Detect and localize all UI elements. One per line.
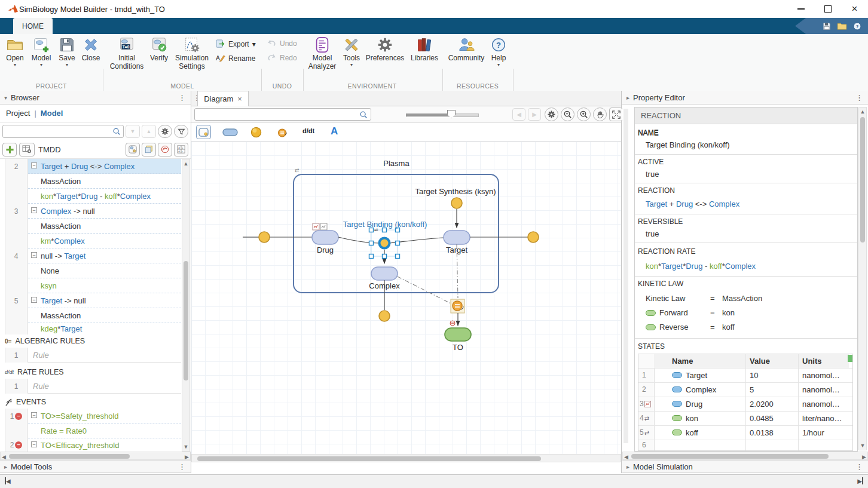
reaction-law-row[interactable]: MassAction [0, 174, 181, 189]
name-value[interactable]: Target Binding (kon/koff) [646, 140, 730, 149]
scroll-down-icon[interactable]: ▼ [859, 443, 866, 449]
redo-button[interactable]: Redo [267, 53, 297, 63]
pan-button[interactable] [593, 108, 607, 121]
palette-rule-tool[interactable] [277, 128, 288, 138]
quick-help-icon[interactable]: ? [852, 22, 862, 31]
expand-icon[interactable]: ▸ [4, 464, 7, 470]
property-horizontal-scrollbar[interactable]: ◀ ▶ [622, 452, 868, 460]
rule-node[interactable] [453, 301, 462, 311]
filter-button[interactable] [174, 125, 188, 138]
state-value[interactable]: 10 [746, 368, 799, 382]
model-analyzer-button[interactable]: Model Analyzer [306, 36, 338, 70]
model-simulation-bar[interactable]: ▸ Model Simulation ⋮ [622, 460, 868, 473]
state-name[interactable]: koff [654, 425, 746, 440]
col-header-name[interactable]: Name [654, 354, 746, 368]
species-target[interactable] [444, 231, 470, 244]
rate-rule-row[interactable]: 1 [0, 379, 181, 394]
save-button[interactable]: Save▾ [56, 36, 78, 67]
tab-project[interactable]: Project [6, 109, 30, 118]
libraries-button[interactable]: Libraries [409, 36, 440, 62]
state-name[interactable]: Target [654, 368, 746, 382]
close-button[interactable]: Close [79, 36, 103, 62]
collapse-left-panel-button[interactable]: ◀ [5, 477, 11, 484]
scroll-down-icon[interactable]: ▼ [182, 444, 190, 450]
palette-text-tool[interactable]: A [331, 125, 338, 137]
expand-icon[interactable]: ▸ [626, 464, 629, 470]
undo-button[interactable]: Undo [267, 39, 297, 48]
scroll-left-icon[interactable]: ◀ [624, 454, 628, 460]
section-events[interactable]: EVENTS [0, 395, 181, 409]
close-tab-icon[interactable]: × [237, 94, 242, 103]
active-value[interactable]: true [646, 170, 659, 179]
kebab-menu-icon[interactable]: ⋮ [855, 93, 864, 102]
collapse-box-icon[interactable]: − [31, 297, 37, 303]
collapse-box-icon[interactable]: − [31, 207, 37, 213]
preferences-button[interactable]: Preferences [363, 36, 407, 62]
reaction-law-row[interactable]: MassAction [0, 308, 181, 323]
state-value[interactable]: 0.0485 [746, 411, 799, 425]
property-editor-header[interactable]: ▸ Property Editor ⋮ [622, 91, 868, 105]
species-complex[interactable] [371, 267, 398, 280]
quick-save-icon[interactable] [822, 22, 832, 31]
state-name[interactable]: kon [654, 411, 746, 425]
reaction-law-row[interactable]: None [0, 263, 181, 278]
scrollbar-thumb[interactable] [860, 117, 865, 243]
diagram-settings-button[interactable] [545, 108, 558, 121]
state-name[interactable]: Complex [654, 382, 746, 397]
event-row[interactable]: 2− −TO<Efficacy_threshold [0, 438, 181, 452]
scroll-right-icon[interactable]: ▶ [862, 454, 866, 460]
search-prev-button[interactable]: ▲ [142, 125, 156, 138]
model-tools-bar[interactable]: ▸ Model Tools ⋮ [0, 460, 191, 473]
collapse-icon[interactable]: ▸ [626, 94, 629, 101]
reaction-node-output[interactable] [528, 232, 539, 243]
close-window-button[interactable]: × [841, 0, 868, 18]
section-rate-rules[interactable]: d/dt RATE RULES [0, 366, 181, 379]
col-header-units[interactable]: Units [799, 354, 849, 368]
reaction-rate-row[interactable]: kdeg*Target [0, 323, 181, 334]
fit-to-view-button[interactable] [609, 108, 623, 121]
community-button[interactable]: Community [447, 36, 485, 62]
reaction-rate-row[interactable]: ksyn [0, 278, 181, 293]
state-empty-row[interactable] [654, 440, 849, 450]
collapse-icon[interactable]: ▾ [4, 94, 7, 101]
reversible-value[interactable]: true [646, 229, 659, 238]
event-row[interactable]: 1− −TO>=Safety_threshold [0, 409, 181, 423]
reaction-rate-value[interactable]: kon*Target*Drug - koff*Complex [646, 262, 756, 271]
state-value[interactable]: 0.0138 [746, 425, 799, 440]
state-value[interactable]: 2.0200 [746, 397, 799, 411]
history-forward-button[interactable]: ▶ [528, 108, 541, 121]
zoom-out-button[interactable] [561, 108, 574, 121]
kebab-menu-icon[interactable]: ⋮ [178, 93, 187, 102]
model-button[interactable]: Model▾ [29, 36, 54, 67]
simulation-settings-button[interactable]: Simulation Settings [172, 36, 212, 70]
reaction-node-binding-selected[interactable] [380, 238, 390, 248]
reaction-row[interactable]: 4 −null -> Target [0, 248, 181, 263]
diagram-search-input[interactable] [194, 108, 371, 121]
scroll-up-icon[interactable]: ▲ [859, 109, 866, 115]
export-button[interactable]: Export▾ [215, 39, 256, 49]
browser-search-input[interactable] [2, 125, 124, 138]
kebab-menu-icon[interactable]: ⋮ [178, 462, 187, 471]
reaction-row[interactable]: 2 −Target + Drug <-> Complex [0, 159, 181, 174]
reaction-synthesis-label[interactable]: Target Synthesis (ksyn) [415, 187, 496, 196]
reaction-binding-label[interactable]: Target Binding (kon/koff) [343, 220, 427, 229]
palette-reaction-tool[interactable] [250, 127, 262, 138]
state-units[interactable]: nanomol… [799, 397, 849, 411]
model-settings-button[interactable] [19, 143, 35, 156]
state-units[interactable]: nanomol… [799, 368, 849, 382]
algebraic-rule-input[interactable] [32, 350, 181, 360]
collapse-box-icon[interactable]: − [31, 252, 37, 258]
species-drug[interactable] [312, 231, 338, 244]
collapse-box-icon[interactable]: − [31, 412, 37, 418]
state-units[interactable]: liter/nano… [799, 411, 849, 425]
diagram-horizontal-scrollbar[interactable] [191, 454, 621, 462]
rename-button[interactable]: A Rename [215, 53, 255, 63]
reaction-row[interactable]: 5 −Target -> null [0, 293, 181, 308]
tree-vertical-scrollbar[interactable]: ▲ ▼ [182, 159, 190, 452]
equations-view-button[interactable]: dxdt [174, 143, 188, 156]
event-action-row[interactable]: Rate = Rate0 [0, 423, 181, 438]
state-units[interactable]: nanomol… [799, 382, 849, 397]
scrollbar-thumb[interactable] [197, 456, 541, 461]
kebab-menu-icon[interactable]: ⋮ [855, 462, 864, 471]
palette-species-tool[interactable] [222, 128, 238, 136]
